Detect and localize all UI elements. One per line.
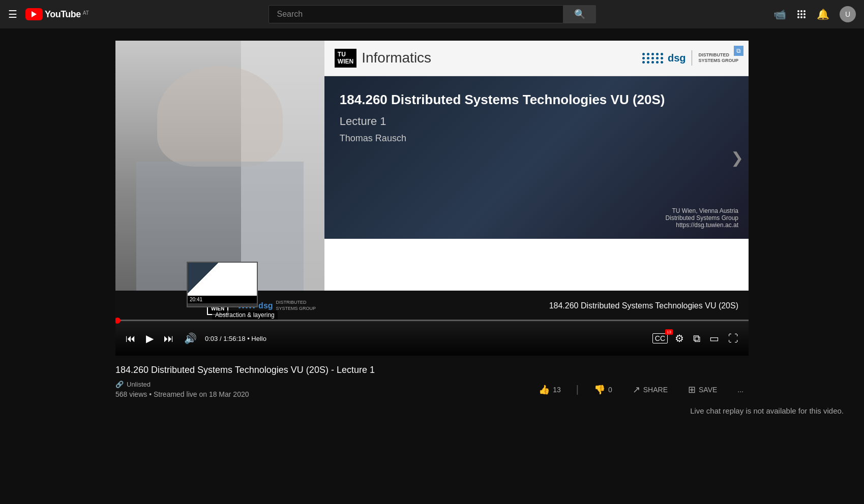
- dsg-subtitle: DISTRIBUTED SYSTEMS GROUP: [698, 52, 738, 64]
- chapter-name: Hello: [251, 335, 266, 342]
- more-icon: ...: [737, 386, 743, 394]
- fullscreen-button[interactable]: ⛶: [726, 331, 740, 346]
- save-label: SAVE: [699, 386, 717, 394]
- dsg-dots: [642, 53, 664, 64]
- nav-search-area: 🔍: [110, 5, 754, 23]
- notification-bell-icon[interactable]: 🔔: [817, 8, 829, 20]
- like-count: 13: [553, 386, 561, 394]
- svg-point-1: [800, 10, 802, 12]
- main-content: TU WIEN Informatics dsg: [0, 0, 864, 504]
- nav-right: 📹 🔔 U: [754, 6, 856, 22]
- slide-author: Thomas Rausch: [340, 133, 733, 144]
- miniplayer-button[interactable]: ⧉: [691, 331, 702, 346]
- svg-point-7: [800, 16, 802, 18]
- youtube-logo[interactable]: YouTube AT: [25, 8, 89, 20]
- upload-icon[interactable]: 📹: [773, 8, 786, 20]
- video-meta-row: 🔗 Unlisted 568 views • Streamed live on …: [115, 381, 749, 398]
- slide-footer: TU Wien, Vienna Austria Distributed Syst…: [666, 207, 738, 229]
- share-button[interactable]: ↗ SHARE: [628, 381, 673, 398]
- like-divider: |: [576, 384, 579, 395]
- volume-icon: 🔊: [184, 332, 197, 344]
- play-pause-button[interactable]: ▶: [144, 330, 156, 346]
- video-info-section: 184.260 Distributed Systems Technologies…: [0, 356, 864, 398]
- slide-header: TU WIEN Informatics dsg: [324, 41, 749, 76]
- dsg-logo: dsg DISTRIBUTED SYSTEMS GROUP: [642, 50, 738, 66]
- play-icon: ▶: [146, 332, 154, 344]
- skip-back-icon: ⏮: [126, 333, 136, 344]
- volume-button[interactable]: 🔊: [182, 330, 199, 346]
- apps-grid-icon[interactable]: [796, 9, 807, 19]
- svg-point-5: [803, 13, 806, 15]
- dislike-button[interactable]: 👎 0: [589, 381, 617, 398]
- slide-title: 184.260 Distributed Systems Technologies…: [340, 91, 733, 109]
- subtitle-badge: 13: [665, 329, 673, 335]
- slide-content: 184.260 Distributed Systems Technologies…: [324, 76, 749, 239]
- video-player[interactable]: TU WIEN Informatics dsg: [115, 41, 749, 356]
- thumbs-up-icon: 👍: [539, 384, 550, 395]
- search-button[interactable]: 🔍: [563, 5, 596, 23]
- slide-view: TU WIEN Informatics dsg: [324, 41, 749, 293]
- svg-point-2: [803, 10, 806, 12]
- theatre-icon: ▭: [709, 332, 719, 344]
- miniplayer-icon: ⧉: [693, 333, 700, 344]
- svg-point-8: [803, 16, 806, 18]
- video-title: 184.260 Distributed Systems Technologies…: [115, 364, 749, 376]
- save-icon: ⊞: [688, 384, 696, 395]
- total-time: 1:56:18: [223, 335, 245, 342]
- live-chat-notice: Live chat replay is not available for th…: [690, 406, 844, 415]
- slide-next-arrow-icon[interactable]: ❯: [731, 148, 743, 166]
- presenter-webcam: [115, 41, 324, 293]
- skip-forward-button[interactable]: ⏭: [162, 331, 176, 346]
- lock-icon: 🔗: [115, 381, 124, 388]
- hamburger-menu-icon[interactable]: ☰: [8, 8, 17, 20]
- share-icon: ↗: [633, 384, 640, 395]
- unlisted-label: Unlisted: [127, 381, 151, 388]
- youtube-wordmark: YouTube: [45, 9, 81, 20]
- thumbnail-image: [188, 263, 257, 296]
- video-bottom-title: 184.260 Distributed Systems Technologies…: [326, 301, 738, 310]
- save-button[interactable]: ⊞ SAVE: [683, 381, 722, 398]
- chapter-thumbnail-preview: 20:41: [187, 262, 258, 307]
- svg-point-4: [800, 13, 802, 15]
- unlisted-badge: 🔗 Unlisted: [115, 381, 249, 388]
- skip-forward-icon: ⏭: [164, 333, 174, 344]
- tu-wien-logo: TU WIEN Informatics: [335, 49, 431, 68]
- video-frame: TU WIEN Informatics dsg: [115, 41, 749, 356]
- webcam-view: [115, 41, 324, 293]
- video-meta-left: 🔗 Unlisted 568 views • Streamed live on …: [115, 381, 249, 398]
- time-display: 0:03 / 1:56:18 • Hello: [205, 335, 266, 342]
- top-navigation: ☰ YouTube AT 🔍 📹 🔔 U: [0, 0, 864, 28]
- thumbnail-time: 20:41: [188, 296, 257, 303]
- user-avatar[interactable]: U: [840, 6, 856, 22]
- picture-in-picture-icon[interactable]: ⧉: [734, 46, 743, 56]
- settings-button[interactable]: ⚙: [673, 330, 686, 346]
- player-controls: ⏮ ▶ ⏭ 🔊 0:03 / 1:56:18 • Hello: [115, 321, 749, 356]
- informatics-label: Informatics: [362, 50, 431, 66]
- settings-icon: ⚙: [675, 332, 684, 344]
- subtitles-button[interactable]: CC 13: [652, 333, 668, 343]
- theatre-mode-button[interactable]: ▭: [707, 330, 721, 346]
- video-views: 568 views • Streamed live on 18 Mar 2020: [115, 390, 249, 398]
- video-actions: 👍 13 | 👎 0 ↗ SHARE ⊞ SAVE: [533, 381, 749, 398]
- fullscreen-icon: ⛶: [728, 333, 738, 344]
- svg-point-0: [797, 10, 799, 12]
- slide-subtitle: Lecture 1: [340, 115, 733, 128]
- right-controls: CC 13 ⚙ ⧉ ▭ ⛶: [652, 330, 740, 346]
- dislike-count: 0: [608, 386, 612, 394]
- country-code: AT: [83, 10, 89, 16]
- nav-left: ☰ YouTube AT: [8, 8, 110, 20]
- thumbs-down-icon: 👎: [594, 384, 605, 395]
- tu-box: TU WIEN: [335, 49, 356, 68]
- more-options-button[interactable]: ...: [732, 383, 749, 397]
- youtube-play-icon: [25, 8, 43, 20]
- search-input[interactable]: [269, 6, 563, 23]
- svg-point-6: [797, 16, 799, 18]
- skip-back-button[interactable]: ⏮: [124, 331, 138, 346]
- svg-point-3: [797, 13, 799, 15]
- cc-icon: CC: [652, 333, 668, 343]
- dsg-label: dsg: [668, 52, 686, 64]
- chapter-label: Abstraction & layering: [212, 310, 278, 320]
- like-button[interactable]: 👍 13: [533, 381, 566, 398]
- current-time: 0:03: [205, 335, 218, 342]
- share-label: SHARE: [643, 386, 668, 394]
